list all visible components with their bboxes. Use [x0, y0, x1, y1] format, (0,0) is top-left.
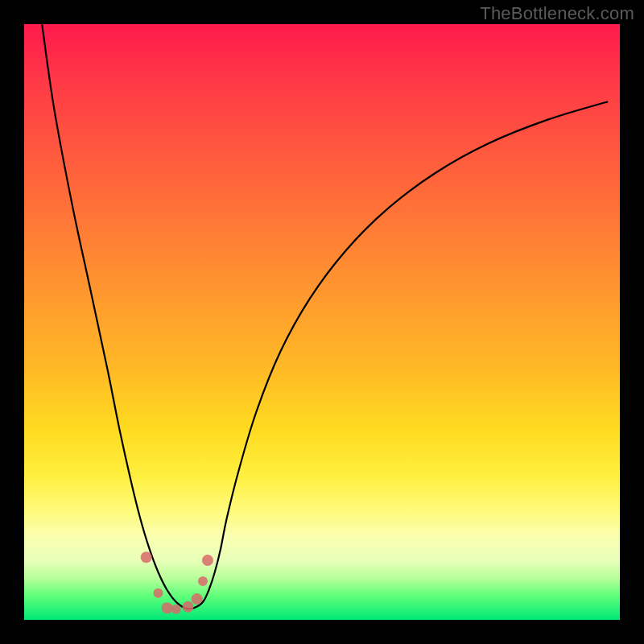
marker-dot: [141, 551, 152, 563]
highlight-markers: [141, 551, 213, 613]
marker-dot: [202, 555, 213, 566]
curve-path: [42, 24, 608, 609]
plot-area: [24, 24, 620, 620]
marker-dot: [183, 601, 194, 613]
chart-frame: TheBottleneck.com: [0, 0, 644, 644]
chart-svg: [24, 24, 620, 620]
attribution-text: TheBottleneck.com: [480, 3, 634, 24]
marker-dot: [198, 576, 208, 586]
marker-dot: [154, 588, 163, 598]
marker-dot: [162, 602, 173, 613]
marker-dot: [171, 605, 181, 614]
bottleneck-curve: [42, 24, 608, 609]
marker-dot: [192, 593, 203, 605]
